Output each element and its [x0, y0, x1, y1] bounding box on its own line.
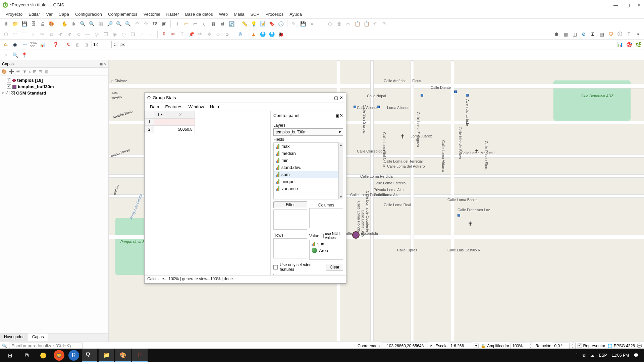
table-cell[interactable]: 50060,8 — [166, 126, 195, 133]
layer-item-buff[interactable]: templos_buff30m — [2, 83, 106, 90]
menu-ver[interactable]: Ver — [43, 11, 55, 17]
location-icon[interactable]: 📍 — [20, 51, 28, 59]
save-project-icon[interactable]: 💾 — [20, 20, 28, 28]
layer-filter-icon[interactable]: ▼ — [22, 69, 27, 74]
dialog-menu-help[interactable]: Help — [207, 104, 222, 110]
mouse-icon[interactable]: 🖱 — [429, 344, 433, 348]
web-services-icon[interactable]: 🌐 — [259, 30, 267, 38]
help-icon[interactable]: ⓘ — [616, 30, 624, 38]
scp-niwa-icon[interactable]: NIWASCP — [29, 41, 37, 49]
fields-scrollbar[interactable]: ▲▼ — [338, 142, 343, 199]
new-map-view-icon[interactable]: 🗺 — [151, 20, 159, 28]
locator-input[interactable] — [9, 343, 83, 349]
menu-proyecto[interactable]: Proyecto — [3, 11, 25, 17]
dialog-titlebar[interactable]: Q Group Stats — ▢ ✕ — [145, 93, 346, 103]
stream-icon[interactable]: 〰 — [11, 30, 19, 38]
tray-chevron-icon[interactable]: ˄ — [576, 353, 578, 358]
lock-icon[interactable]: 🔒 — [481, 344, 486, 348]
label-abc-icon[interactable]: abc — [169, 30, 177, 38]
zoom-in-icon[interactable]: 🔍 — [78, 20, 87, 28]
del-part-icon[interactable]: ❏ — [129, 30, 137, 38]
col-header-1[interactable]: 1▾ — [154, 111, 166, 118]
arrow-icon[interactable]: ↖ — [2, 51, 10, 59]
select-expression-icon[interactable]: ε — [200, 20, 208, 28]
row-header[interactable]: 2 — [145, 126, 154, 133]
open-project-icon[interactable]: 📁 — [11, 20, 19, 28]
rot-spinner[interactable]: ▲▼ — [571, 343, 576, 349]
maximize-button[interactable]: ▢ — [626, 2, 630, 8]
select-icon[interactable]: ▭ — [182, 20, 190, 28]
redo-icon[interactable]: ↷ — [380, 20, 388, 28]
field-item-unique[interactable]: unique — [274, 178, 338, 185]
scp-preprocess-icon[interactable]: 〰 — [20, 41, 28, 49]
edit-icon[interactable]: ✎ — [290, 20, 298, 28]
panel-close-icon[interactable]: ✕ — [103, 62, 106, 66]
zoom-last-icon[interactable]: ↶ — [133, 20, 141, 28]
cp-layers-select[interactable]: templos_buff30m▾ — [273, 128, 343, 136]
label-tool-icon[interactable]: T — [178, 30, 186, 38]
menu-complementos[interactable]: Complementos — [105, 11, 140, 17]
field-item-min[interactable]: min — [274, 157, 338, 164]
menu-configuracion[interactable]: Configuración — [72, 11, 105, 17]
measure-icon[interactable]: 📏 — [240, 20, 249, 28]
qgis-taskbar-icon[interactable]: Q — [82, 349, 97, 362]
tab-navegador[interactable]: Navegador — [0, 334, 28, 341]
new-project-icon[interactable]: 🗎 — [2, 20, 10, 28]
chevron-down-icon[interactable]: ▾ — [2, 91, 4, 95]
menu-procesos[interactable]: Procesos — [263, 11, 286, 17]
notifications-icon[interactable]: 💬 — [634, 353, 639, 358]
scp-ws-icon[interactable]: 🗂 — [2, 41, 10, 49]
explorer-icon[interactable]: 📁 — [99, 349, 114, 362]
edit-save-icon[interactable]: 💾 — [299, 20, 307, 28]
scp-roi-icon[interactable]: ◉ — [11, 41, 19, 49]
copy-icon[interactable]: 📋 — [353, 20, 361, 28]
layer-item-templos[interactable]: templos [18] — [2, 77, 106, 83]
panel-float-icon[interactable]: ▣ — [99, 62, 103, 66]
text-format-icon[interactable]: T — [625, 30, 633, 38]
rows-box[interactable] — [273, 238, 307, 258]
deselect-icon[interactable]: ▭ — [191, 20, 199, 28]
python-icon[interactable]: 🗨 — [607, 30, 615, 38]
scp-roi-prev-icon[interactable]: ◐ — [73, 41, 82, 49]
field-item-variance[interactable]: variance — [274, 185, 338, 192]
merge-attr-icon[interactable]: ⧩ — [65, 30, 73, 38]
menu-vectorial[interactable]: Vectorial — [141, 11, 163, 17]
group-stats-icon[interactable]: 📊 — [616, 41, 624, 49]
cp-close-icon[interactable]: ✕ — [339, 113, 343, 118]
number-input[interactable]: 12 — [92, 41, 112, 48]
find-icon[interactable]: 🔍 — [11, 51, 19, 59]
add-ring-icon[interactable]: ◎ — [93, 30, 101, 38]
layer-add-group-icon[interactable]: ➕ — [9, 69, 14, 74]
columns-box[interactable] — [309, 208, 343, 228]
tab-capas[interactable]: Capas — [28, 334, 48, 341]
extend-icon[interactable]: ⟍ — [147, 30, 155, 38]
add-part-icon[interactable]: ❐ — [102, 30, 110, 38]
undo-icon[interactable]: ↶ — [371, 20, 379, 28]
toolbox-icon[interactable]: ⚙ — [580, 30, 588, 38]
refresh-icon[interactable]: 🔄 — [227, 20, 235, 28]
vector-layer-icon[interactable]: ⬢ — [552, 30, 560, 38]
style-manager-icon[interactable]: 🎨 — [47, 20, 55, 28]
layer-expr-icon[interactable]: ε — [29, 69, 31, 74]
cp-float-icon[interactable]: ▣ — [335, 113, 339, 118]
raster-layer-icon[interactable]: ▦ — [561, 30, 570, 38]
value-item-area[interactable]: Area — [310, 247, 342, 254]
new-3d-view-icon[interactable]: ▣ — [160, 20, 168, 28]
scp-dock-icon[interactable]: 📊 — [38, 41, 46, 49]
reshape-icon[interactable]: ⌒ — [20, 30, 28, 38]
rot-input[interactable]: 0,0 ° — [553, 343, 570, 349]
menu-scp[interactable]: SCP — [248, 11, 262, 17]
layer-checkbox[interactable] — [7, 84, 11, 89]
save-as-icon[interactable]: 🗄 — [29, 20, 37, 28]
rotate-feat-icon[interactable]: ⟲ — [74, 30, 83, 38]
number-spinner[interactable]: ▲▼ — [113, 42, 117, 47]
menu-ayuda[interactable]: Ayuda — [287, 11, 305, 17]
crs-label[interactable]: EPSG:4326 — [614, 344, 635, 348]
use-null-checkbox[interactable] — [321, 234, 324, 238]
dialog-maximize-button[interactable]: ▢ — [334, 95, 338, 100]
split-parts-icon[interactable]: ⧉ — [47, 30, 55, 38]
globe-crs-icon[interactable]: 🌐 — [607, 344, 612, 348]
powerpoint-icon[interactable]: P — [132, 349, 148, 362]
layer-style-icon[interactable]: 🎨 — [1, 69, 7, 74]
layer-expand-icon[interactable]: ⊞ — [33, 69, 37, 74]
